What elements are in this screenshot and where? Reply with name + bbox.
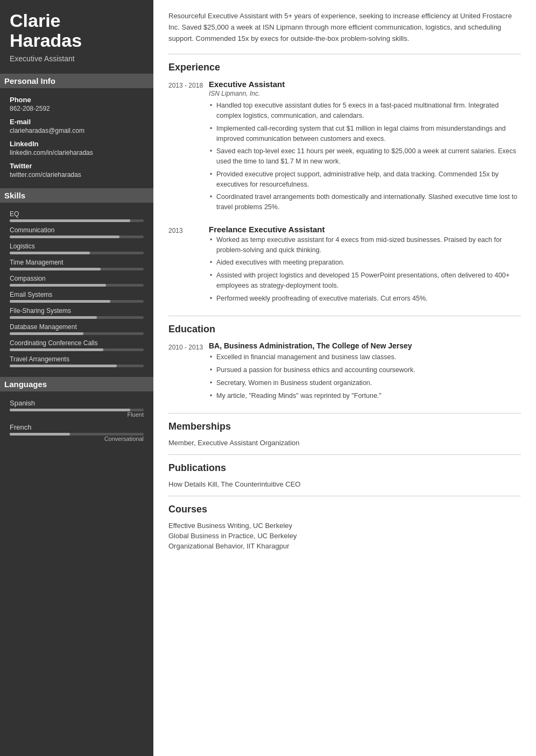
linkedin-value: linkedin.com/in/clarieharadas: [10, 149, 144, 156]
edu-date: 2010 - 2013: [168, 341, 209, 403]
skill-bar-fill: [10, 268, 101, 270]
skill-bar-fill: [10, 219, 130, 222]
skill-bar-bg: [10, 332, 144, 335]
experience-heading: Experience: [168, 62, 521, 73]
skill-bar-fill: [10, 365, 117, 367]
skill-bar-bg: [10, 316, 144, 319]
field-linkedin: LinkedIn linkedin.com/in/clarieharadas: [10, 140, 144, 156]
experience-row: 2013 Freelance Executive Assistant Worke…: [168, 225, 521, 306]
exp-bullet: Implemented call-recording system that c…: [209, 124, 521, 144]
candidate-title: Executive Assistant: [10, 54, 144, 63]
courses-heading: Courses: [168, 504, 521, 515]
personal-info-heading: Personal Info: [0, 74, 153, 88]
field-twitter: Twitter twitter.com/clarieharadas: [10, 162, 144, 179]
language-level: Conversational: [10, 436, 144, 442]
skill-name: Logistics: [10, 243, 144, 250]
skill-name: EQ: [10, 210, 144, 218]
courses-list: Effective Business Writing, UC BerkeleyG…: [168, 522, 521, 550]
field-phone: Phone 862-208-2592: [10, 96, 144, 112]
main-content: Resourceful Executive Assistant with 5+ …: [153, 0, 536, 756]
education-heading: Education: [168, 324, 521, 335]
skill-bar-fill: [10, 332, 83, 335]
skill-item: Compassion: [10, 275, 144, 287]
skill-item: Database Management: [10, 323, 144, 335]
field-email: E-mail clarieharadas@gmail.com: [10, 118, 144, 134]
exp-date: 2013 - 2018: [168, 80, 209, 215]
language-name: Spanish: [10, 399, 144, 407]
twitter-label: Twitter: [10, 162, 144, 170]
divider-courses: [168, 496, 521, 496]
linkedin-label: LinkedIn: [10, 140, 144, 148]
memberships-heading: Memberships: [168, 421, 521, 432]
skill-item: Time Management: [10, 259, 144, 270]
course-item: Effective Business Writing, UC Berkeley: [168, 522, 521, 530]
skill-name: File-Sharing Systems: [10, 307, 144, 315]
language-level: Fluent: [10, 411, 144, 418]
email-value: clarieharadas@gmail.com: [10, 127, 144, 134]
exp-bullets: Handled top executive assistant duties f…: [209, 101, 521, 212]
skill-item: Travel Arrangements: [10, 355, 144, 367]
name-line1: Clarie: [10, 10, 61, 31]
edu-content: BA, Business Administration, The College…: [209, 341, 521, 403]
exp-bullet: Provided executive project support, admi…: [209, 169, 521, 190]
course-item: Global Business in Practice, UC Berkeley: [168, 532, 521, 540]
language-item: Spanish Fluent: [10, 399, 144, 418]
skill-name: Database Management: [10, 323, 144, 331]
experience-row: 2013 - 2018 Executive Assistant ISN Lipm…: [168, 80, 521, 215]
skill-bar-bg: [10, 252, 144, 254]
skill-bar-fill: [10, 300, 110, 303]
skill-item: Logistics: [10, 243, 144, 254]
exp-bullet: Assisted with project logistics and deve…: [209, 270, 521, 291]
skill-name: Time Management: [10, 259, 144, 266]
personal-info-fields: Phone 862-208-2592 E-mail clarieharadas@…: [10, 96, 144, 179]
skill-bar-bg: [10, 236, 144, 238]
publications-text: How Details Kill, The Counterintuitive C…: [168, 480, 521, 488]
skill-bar-bg: [10, 219, 144, 222]
email-label: E-mail: [10, 118, 144, 126]
edu-bullets: Excelled in financial management and bus…: [209, 352, 521, 401]
exp-bullet: Handled top executive assistant duties f…: [209, 101, 521, 121]
edu-degree: BA, Business Administration, The College…: [209, 341, 521, 350]
exp-job-title: Executive Assistant: [209, 80, 521, 89]
language-name: French: [10, 423, 144, 431]
skill-bar-bg: [10, 284, 144, 287]
exp-bullet: Saved each top-level exec 11 hours per w…: [209, 146, 521, 167]
course-item: Organizational Behavior, IIT Kharagpur: [168, 542, 521, 550]
exp-job-title: Freelance Executive Assistant: [209, 225, 521, 234]
twitter-value: twitter.com/clarieharadas: [10, 171, 144, 179]
divider-experience: [168, 54, 521, 54]
exp-company: ISN Lipmann, Inc.: [209, 90, 521, 97]
memberships-text: Member, Executive Assistant Organization: [168, 439, 521, 447]
skill-bar-fill: [10, 236, 119, 238]
exp-content: Executive Assistant ISN Lipmann, Inc. Ha…: [209, 80, 521, 215]
language-item: French Conversational: [10, 423, 144, 442]
name-line2: Haradas: [10, 30, 82, 51]
divider-education: [168, 316, 521, 316]
skill-bar-bg: [10, 268, 144, 270]
exp-bullet: Aided executives with meeting preparatio…: [209, 258, 521, 268]
languages-heading: Languages: [0, 377, 153, 391]
skill-name: Coordinating Conference Calls: [10, 339, 144, 347]
skill-bar-bg: [10, 300, 144, 303]
skill-item: File-Sharing Systems: [10, 307, 144, 319]
skill-item: Email Systems: [10, 291, 144, 303]
divider-publications: [168, 454, 521, 455]
exp-bullet: Coordinated travel arrangements both dom…: [209, 192, 521, 212]
exp-content: Freelance Executive Assistant Worked as …: [209, 225, 521, 306]
edu-bullet: Pursued a passion for business ethics an…: [209, 365, 521, 375]
edu-bullet: Excelled in financial management and bus…: [209, 352, 521, 362]
publications-heading: Publications: [168, 462, 521, 474]
education-row: 2010 - 2013 BA, Business Administration,…: [168, 341, 521, 403]
skill-bar-fill: [10, 348, 103, 351]
skills-heading: Skills: [0, 188, 153, 203]
skill-bar-fill: [10, 284, 106, 287]
experience-list: 2013 - 2018 Executive Assistant ISN Lipm…: [168, 80, 521, 306]
skill-bar-bg: [10, 348, 144, 351]
skill-name: Email Systems: [10, 291, 144, 298]
education-list: 2010 - 2013 BA, Business Administration,…: [168, 341, 521, 403]
candidate-name: Clarie Haradas: [10, 11, 144, 51]
exp-bullet: Worked as temp executive assistant for 4…: [209, 235, 521, 255]
sidebar: Clarie Haradas Executive Assistant Perso…: [0, 0, 153, 756]
edu-bullet: My article, "Reading Minds" was reprinte…: [209, 391, 521, 401]
exp-bullets: Worked as temp executive assistant for 4…: [209, 235, 521, 304]
